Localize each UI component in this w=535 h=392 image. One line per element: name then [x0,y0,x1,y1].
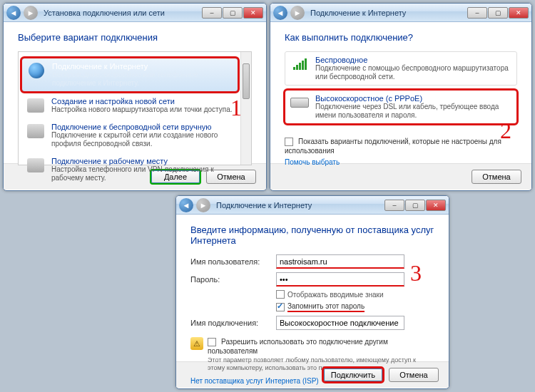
option-desc: Беспроводное, скоростное или телефонное … [52,71,233,88]
show-chars-checkbox[interactable] [276,290,285,299]
option-desc: Настройка телефонного или VPN-подключени… [51,165,234,182]
option-wireless[interactable]: Беспроводное Подключение с помощью беспр… [285,51,517,86]
remember-label: Запомнить этот пароль [287,302,365,312]
minimize-button[interactable]: – [384,200,404,211]
window-title: Подключение к Интернету [213,201,312,210]
show-all-label: Показать варианты подключений, которые н… [285,138,501,155]
option-connect-internet[interactable]: Подключение к Интернету Беспроводное, ск… [21,58,238,92]
page-heading: Введите информацию, полученную от постав… [190,225,434,246]
option-wireless-manual[interactable]: Подключение к беспроводной сети вручную … [21,119,238,152]
allow-others-checkbox[interactable] [208,338,216,346]
close-button[interactable]: ✕ [509,7,529,19]
back-icon[interactable]: ◄ [179,198,193,212]
forward-icon: ► [24,6,38,20]
page-heading: Выберите вариант подключения [18,32,252,43]
back-icon[interactable]: ◄ [273,6,287,20]
connect-button[interactable]: Подключить [323,368,383,382]
option-desc: Подключение к скрытой сети или создание … [51,131,234,148]
help-link[interactable]: Помочь выбрать [285,158,340,166]
back-icon[interactable]: ◄ [6,6,21,20]
option-title: Подключение к беспроводной сети вручную [51,123,234,131]
close-button[interactable]: ✕ [426,200,446,211]
forward-icon: ► [290,6,305,20]
window-title: Установка подключения или сети [41,9,165,17]
wireless-icon [26,123,46,140]
page-heading: Как выполнить подключение? [285,32,517,43]
scrollbar[interactable] [240,52,251,165]
maximize-button[interactable]: ▢ [405,200,425,211]
option-title: Создание и настройка новой сети [51,97,234,105]
maximize-button[interactable]: ▢ [223,7,243,19]
password-label: Пароль: [190,275,276,284]
titlebar[interactable]: ◄ ► Установка подключения или сети – ▢ ✕ [4,4,266,22]
option-dialup[interactable]: Настройка телефонного подключения Подклю… [21,187,238,191]
option-pppoe[interactable]: Высокоскоростное (с PPPoE) Подключение ч… [285,90,517,124]
workplace-icon [26,157,46,174]
modem-icon [290,94,310,111]
shield-icon: ⚠ [190,337,203,350]
no-isp-link[interactable]: Нет поставщика услуг Интернета (ISP) [190,377,319,385]
wizard-isp-credentials: ◄ ► Подключение к Интернету – ▢ ✕ Введит… [175,195,449,389]
wizard-connect-internet: ◄ ► Подключение к Интернету – ▢ ✕ Как вы… [270,3,532,191]
wizard-connection-setup: ◄ ► Установка подключения или сети – ▢ ✕… [3,3,267,191]
titlebar[interactable]: ◄ ► Подключение к Интернету – ▢ ✕ [176,196,449,215]
option-title: Подключение к Интернету [52,62,233,71]
connection-name-input[interactable] [276,316,404,330]
show-chars-label: Отображать вводимые знаки [287,291,384,299]
button-row: Отмена [270,163,531,190]
option-list: Подключение к Интернету Беспроводное, ск… [18,51,252,165]
globe-icon [26,62,46,79]
connection-name-label: Имя подключения: [190,319,276,327]
forward-icon: ► [196,198,210,212]
username-label: Имя пользователя: [190,257,276,266]
option-title: Высокоскоростное (с PPPoE) [315,94,512,103]
option-desc: Подключение с помощью беспроводного марш… [315,64,512,81]
show-all-checkbox[interactable] [285,138,293,146]
option-title: Беспроводное [315,56,512,64]
option-desc: Настройка нового маршрутизатора или точк… [51,105,234,114]
username-input[interactable] [276,254,404,269]
option-desc: Подключение через DSL или кабель, требую… [315,103,512,120]
option-new-network[interactable]: Создание и настройка новой сети Настройк… [21,93,238,118]
network-icon [26,97,46,114]
cancel-button[interactable]: Отмена [389,368,439,382]
option-workplace[interactable]: Подключение к рабочему месту Настройка т… [21,153,238,186]
password-input[interactable] [276,272,404,287]
remember-checkbox[interactable] [276,303,285,311]
maximize-button[interactable]: ▢ [488,7,508,19]
option-title: Подключение к рабочему месту [51,157,234,165]
minimize-button[interactable]: – [202,7,222,19]
close-button[interactable]: ✕ [243,7,263,19]
signal-icon [290,56,310,73]
minimize-button[interactable]: – [467,7,487,19]
cancel-button[interactable]: Отмена [472,170,521,184]
allow-others-label: Разрешить использовать это подключение д… [208,338,388,355]
titlebar[interactable]: ◄ ► Подключение к Интернету – ▢ ✕ [270,4,531,22]
window-title: Подключение к Интернету [307,9,406,17]
